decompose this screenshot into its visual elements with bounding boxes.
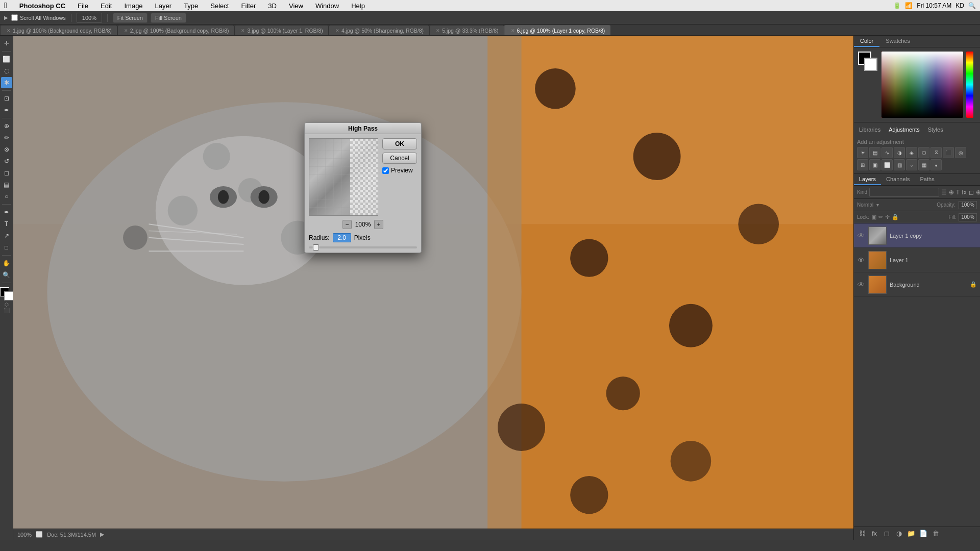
adj-colorbalance-btn[interactable]: ⧖: [930, 147, 942, 158]
background-color-swatch[interactable]: [864, 58, 877, 71]
tab-layers[interactable]: Layers: [854, 174, 881, 185]
adj-posterize-btn[interactable]: ▥: [894, 159, 905, 170]
tab-6[interactable]: ✕ 6.jpg @ 100% (Layer 1 copy, RGB/8): [504, 25, 611, 35]
highpass-titlebar[interactable]: High Pass: [305, 123, 421, 134]
new-adjustment-btn[interactable]: ◑: [894, 529, 904, 538]
blend-mode-arrow[interactable]: ▾: [876, 202, 879, 208]
hp-ok-button[interactable]: OK: [382, 138, 417, 149]
tab-libraries[interactable]: Libraries: [857, 126, 883, 134]
delete-layer-btn[interactable]: 🗑: [930, 529, 941, 538]
menu-type[interactable]: Type: [182, 2, 200, 10]
apple-menu[interactable]: : [4, 1, 7, 10]
crop-tool[interactable]: ⊡: [1, 93, 12, 104]
tab-paths[interactable]: Paths: [915, 174, 940, 185]
tab-styles[interactable]: Styles: [926, 126, 945, 134]
menu-filter[interactable]: Filter: [239, 2, 258, 10]
gradient-tool[interactable]: ▤: [1, 179, 12, 190]
tab-close-5[interactable]: ✕: [436, 28, 440, 33]
foreground-background-colors[interactable]: [0, 287, 13, 300]
menu-help[interactable]: Help: [349, 2, 367, 10]
fill-input[interactable]: [959, 213, 977, 221]
lock-transparent-btn[interactable]: ▣: [871, 214, 876, 220]
lasso-tool[interactable]: ◌: [1, 65, 12, 77]
hp-preview-label[interactable]: Preview: [382, 167, 417, 174]
tab-1[interactable]: ✕ 1.jpg @ 100% (Background copy, RGB/8): [0, 25, 117, 35]
eraser-tool[interactable]: ◻: [1, 167, 12, 179]
layers-adjust-icon[interactable]: ⊕: [976, 189, 980, 196]
healing-tool[interactable]: ⊕: [1, 120, 12, 132]
tab-3[interactable]: ✕ 3.jpg @ 100% (Layer 1, RGB/8): [234, 25, 328, 35]
color-spectrum[interactable]: [881, 52, 963, 118]
move-tool[interactable]: ✛: [1, 38, 12, 49]
tab-close-2[interactable]: ✕: [124, 28, 128, 33]
lock-all-btn[interactable]: 🔒: [892, 214, 899, 220]
tab-color[interactable]: Color: [854, 36, 879, 47]
layer-visibility-1copy[interactable]: 👁: [857, 232, 865, 240]
zoom-input[interactable]: [77, 13, 102, 23]
adj-threshold-btn[interactable]: ⬦: [906, 159, 917, 170]
menu-view[interactable]: View: [287, 2, 305, 10]
tab-swatches[interactable]: Swatches: [879, 36, 916, 47]
hp-zoom-out-button[interactable]: −: [342, 220, 352, 229]
adj-exposure-btn[interactable]: ◑: [894, 147, 905, 158]
adj-curves-btn[interactable]: ∿: [881, 147, 893, 158]
layers-filter-input[interactable]: [869, 188, 939, 197]
background-color[interactable]: [4, 291, 13, 300]
adj-gradient-map-btn[interactable]: ▦: [918, 159, 929, 170]
menu-image[interactable]: Image: [122, 2, 144, 10]
zoom-tool[interactable]: 🔍: [1, 269, 12, 281]
tab-close-6[interactable]: ✕: [511, 28, 515, 33]
brush-tool[interactable]: ✏: [1, 132, 12, 143]
tab-channels[interactable]: Channels: [881, 174, 915, 185]
type-tool[interactable]: T: [1, 218, 12, 230]
magic-wand-tool[interactable]: ✱: [1, 77, 12, 88]
fit-screen-button[interactable]: Fit Screen: [113, 13, 148, 23]
hp-zoom-in-button[interactable]: +: [374, 220, 383, 229]
search-icon[interactable]: 🔍: [968, 2, 976, 9]
clone-tool[interactable]: ⊗: [1, 144, 12, 155]
hand-tool[interactable]: ✋: [1, 258, 12, 269]
menu-3d[interactable]: 3D: [266, 2, 279, 10]
hp-preview-area[interactable]: [309, 138, 378, 216]
tab-close-3[interactable]: ✕: [241, 28, 245, 33]
marquee-tool[interactable]: ⬜: [1, 54, 12, 65]
hp-slider-thumb[interactable]: [313, 244, 319, 251]
new-layer-btn[interactable]: 📄: [918, 529, 928, 538]
new-group-btn[interactable]: 📁: [906, 529, 916, 538]
adj-photo-filter-btn[interactable]: ◎: [955, 147, 966, 158]
adj-invert-btn[interactable]: ⬜: [881, 159, 893, 170]
tab-close-4[interactable]: ✕: [335, 28, 339, 33]
layer-row-background[interactable]: 👁 Background 🔒: [854, 272, 980, 297]
tab-close-1[interactable]: ✕: [7, 28, 11, 33]
screen-mode-btn[interactable]: ⬛: [4, 308, 10, 313]
add-fx-btn[interactable]: fx: [869, 529, 879, 538]
adj-bw-btn[interactable]: ⬛: [943, 147, 954, 158]
layer-row-layer1copy[interactable]: 👁 Layer 1 copy: [854, 223, 980, 248]
menu-edit[interactable]: Edit: [99, 2, 114, 10]
quick-mask-btn[interactable]: ⬡: [5, 302, 9, 307]
tab-2[interactable]: ✕ 2.jpg @ 100% (Background copy, RGB/8): [117, 25, 235, 35]
pen-tool[interactable]: ✒: [1, 207, 12, 218]
layers-filter-icon[interactable]: ☰: [941, 189, 947, 196]
hp-preview-checkbox[interactable]: [382, 167, 389, 174]
layers-mask-icon[interactable]: ◻: [969, 189, 974, 196]
scroll-all-windows-checkbox[interactable]: Scroll All Windows: [11, 14, 66, 21]
lock-position-btn[interactable]: ✛: [885, 214, 890, 220]
adj-channel-mixer-btn[interactable]: ⊞: [857, 159, 868, 170]
tab-adjustments[interactable]: Adjustments: [887, 126, 922, 134]
adj-levels-btn[interactable]: ▤: [869, 147, 880, 158]
layer-row-layer1[interactable]: 👁 Layer 1: [854, 248, 980, 272]
color-hue-bar[interactable]: [966, 52, 973, 118]
adj-vibrance-btn[interactable]: ◈: [906, 147, 917, 158]
shape-tool[interactable]: □: [1, 242, 12, 253]
history-brush-tool[interactable]: ↺: [1, 156, 12, 167]
opacity-input[interactable]: [959, 201, 977, 209]
lock-image-btn[interactable]: ✏: [878, 214, 883, 220]
adj-selective-color-btn[interactable]: ⬧: [930, 159, 942, 170]
layer-visibility-layer1[interactable]: 👁: [857, 256, 865, 264]
dodge-tool[interactable]: ○: [1, 191, 12, 202]
layers-options-icon[interactable]: ⊕: [949, 189, 954, 196]
adj-hue-btn[interactable]: ⬡: [918, 147, 929, 158]
menu-window[interactable]: Window: [313, 2, 341, 10]
menu-select[interactable]: Select: [208, 2, 231, 10]
